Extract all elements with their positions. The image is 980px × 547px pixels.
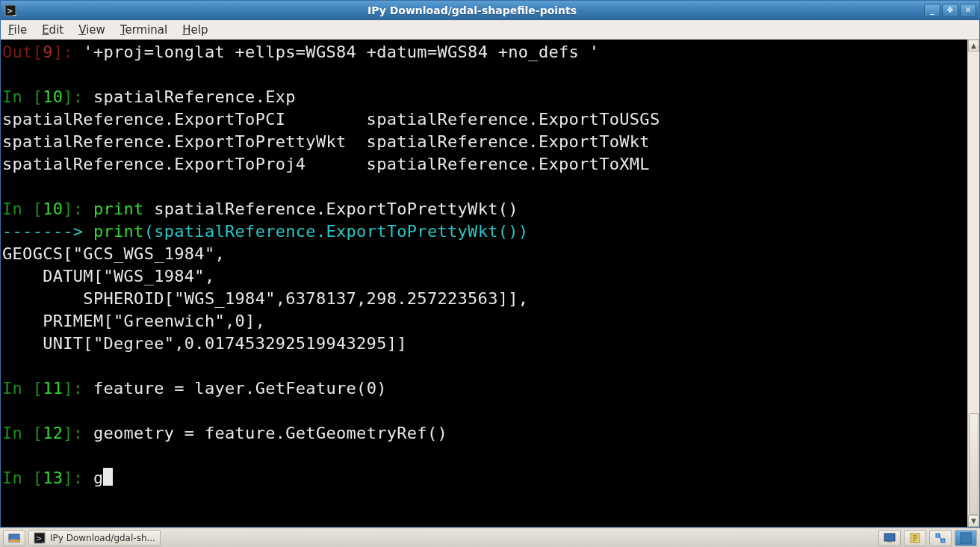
desktop-icon [8, 532, 20, 544]
in-prompt-suffix: ]: [63, 469, 83, 487]
in-prompt: In [ [2, 379, 43, 398]
tray-item-2[interactable] [904, 530, 926, 546]
in-prompt-suffix: ]: [63, 87, 83, 106]
minimize-button[interactable]: _ [924, 4, 940, 17]
tray-item-1[interactable] [878, 530, 901, 546]
in-prompt: In [ [2, 469, 43, 487]
svg-rect-7 [887, 541, 892, 543]
menu-edit[interactable]: Edit [39, 22, 66, 38]
menu-help[interactable]: Help [179, 22, 211, 38]
out-prompt: Out[ [2, 43, 43, 61]
in-prompt-num: 10 [43, 87, 63, 106]
in-prompt: In [ [2, 200, 43, 218]
window-controls: _ ❖ ✕ [924, 4, 979, 17]
close-button[interactable]: ✕ [960, 4, 976, 17]
in-prompt-num: 11 [43, 379, 63, 398]
in-body-current: g [83, 469, 103, 487]
terminal-window: >_ IPy Download/gdal-shapefile-points _ … [0, 0, 980, 528]
scroll-up-button[interactable]: ▲ [968, 40, 979, 52]
menu-file[interactable]: File [5, 22, 30, 38]
svg-rect-3 [9, 540, 19, 542]
svg-text:>_: >_ [36, 534, 46, 543]
completion-line: spatialReference.ExportToProj4 spatialRe… [2, 155, 650, 173]
keyword-print: print [93, 200, 144, 218]
out-value: '+proj=longlat +ellps=WGS84 +datum=WGS84… [73, 43, 599, 61]
in-prompt: In [ [2, 87, 43, 106]
maximize-button[interactable]: ❖ [942, 4, 958, 17]
out-prompt-num: 9 [43, 43, 53, 61]
svg-rect-6 [884, 534, 895, 541]
output-line: DATUM["WGS_1984", [2, 267, 214, 285]
terminal[interactable]: Out[9]: '+proj=longlat +ellps=WGS84 +dat… [1, 40, 967, 527]
in-body: feature = layer.GetFeature(0) [83, 379, 386, 398]
svg-rect-9 [936, 534, 940, 537]
out-prompt-suffix: ]: [53, 43, 73, 61]
taskbar: >_ IPy Download/gdal-sh... [0, 528, 980, 547]
app-icon: >_ [1, 4, 20, 16]
output-line: GEOGCS["GCS_WGS_1984", [2, 244, 225, 263]
panel-icon [960, 532, 972, 544]
title-bar[interactable]: >_ IPy Download/gdal-shapefile-points _ … [1, 1, 979, 20]
show-desktop-button[interactable] [3, 530, 25, 546]
tray-item-4[interactable] [955, 530, 977, 546]
in-body: geometry = feature.GetGeometryRef() [83, 424, 447, 442]
in-prompt-suffix: ]: [63, 379, 83, 398]
completion-line: spatialReference.ExportToPrettyWkt spati… [2, 132, 650, 151]
taskbar-task-label: IPy Download/gdal-sh... [50, 533, 155, 543]
scroll-track[interactable] [968, 52, 979, 515]
output-line: SPHEROID["WGS_1984",6378137,298.25722356… [2, 289, 528, 308]
autocall-arrow: -------> [2, 222, 93, 241]
scroll-thumb[interactable] [969, 413, 979, 515]
window-title: IPy Download/gdal-shapefile-points [20, 4, 924, 16]
in-prompt-num: 13 [43, 469, 63, 487]
in-prompt-num: 12 [43, 424, 63, 442]
svg-rect-11 [961, 533, 971, 543]
scroll-down-button[interactable]: ▼ [968, 515, 979, 527]
menu-view[interactable]: View [75, 22, 108, 38]
in-body: spatialReference.Exp [83, 87, 295, 106]
in-prompt-suffix: ]: [63, 424, 83, 442]
output-line: PRIMEM["Greenwich",0], [2, 312, 265, 330]
svg-rect-10 [941, 539, 945, 543]
tray-item-3[interactable] [929, 530, 952, 546]
terminal-icon: >_ [34, 532, 46, 544]
monitor-icon [884, 532, 896, 544]
cursor [103, 468, 113, 486]
completion-line: spatialReference.ExportToPCI spatialRefe… [2, 110, 660, 129]
in-prompt-suffix: ]: [63, 200, 83, 218]
menu-terminal[interactable]: Terminal [117, 22, 170, 38]
note-icon [909, 532, 921, 544]
network-icon [934, 532, 946, 544]
output-line: UNIT["Degree",0.017453292519943295]] [2, 334, 407, 353]
keyword-print: print [93, 222, 144, 241]
terminal-area: Out[9]: '+proj=longlat +ellps=WGS84 +dat… [1, 40, 979, 527]
in-prompt-num: 10 [43, 200, 63, 218]
taskbar-task-ipy[interactable]: >_ IPy Download/gdal-sh... [28, 530, 161, 546]
svg-text:>_: >_ [7, 7, 16, 16]
menu-bar: File Edit View Terminal Help [1, 20, 979, 40]
in-prompt: In [ [2, 424, 43, 442]
scrollbar[interactable]: ▲ ▼ [967, 40, 979, 527]
